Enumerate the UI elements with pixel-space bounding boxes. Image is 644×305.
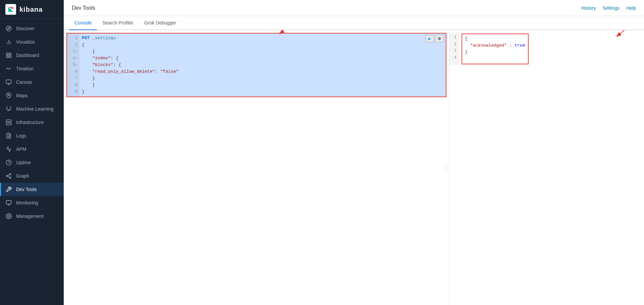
line-numbers-col: 1 2 3▼ 4▼ 5▼ 6 7 8 9: [67, 34, 79, 97]
page-header: Dev Tools History Settings Help: [64, 0, 644, 16]
map-pin-icon: [5, 92, 12, 99]
code-line-4: "index": {: [82, 55, 422, 62]
sidebar-item-label: Visualize: [16, 39, 35, 45]
svg-rect-13: [6, 120, 11, 122]
server-icon: [5, 119, 12, 126]
sidebar-item-label: Infrastructure: [16, 120, 44, 125]
code-line-2: {: [82, 42, 422, 48]
sidebar-item-infrastructure[interactable]: Infrastructure: [0, 116, 64, 129]
response-block: { "acknowledged" : true }: [462, 34, 529, 64]
sidebar-item-label: Dashboard: [16, 53, 39, 58]
svg-line-23: [8, 176, 9, 177]
sidebar-item-label: APM: [16, 146, 26, 152]
sidebar-nav: Discover Visualize Dashboard Timelion Ca: [0, 19, 64, 305]
response-code-area: { "acknowledged" : true }: [459, 33, 644, 65]
kibana-logo-icon: [5, 4, 16, 15]
sidebar-item-canvas[interactable]: Canvas: [0, 75, 64, 89]
sidebar: kibana Discover Visualize Dashboard Tim: [0, 0, 64, 305]
sidebar-item-management[interactable]: Management: [0, 209, 64, 223]
sidebar-item-logs[interactable]: Logs: [0, 129, 64, 142]
sidebar-item-label: Management: [16, 213, 44, 219]
sidebar-item-label: Machine Learning: [16, 106, 53, 112]
run-button[interactable]: ▶: [425, 35, 434, 42]
sidebar-item-label: Timelion: [16, 66, 34, 71]
sidebar-item-label: Maps: [16, 93, 28, 98]
history-link[interactable]: History: [581, 5, 596, 11]
sidebar-item-label: Uptime: [16, 160, 31, 165]
sidebar-item-timelion[interactable]: Timelion: [0, 62, 64, 75]
sidebar-item-label: Canvas: [16, 79, 32, 85]
settings-icon: [5, 213, 12, 220]
response-line-2: "acknowledged" : true: [465, 42, 525, 49]
brain-icon: [5, 106, 12, 112]
logo-text: kibana: [19, 6, 43, 13]
svg-point-0: [6, 26, 11, 31]
code-line-3: {: [82, 48, 422, 55]
svg-rect-8: [6, 56, 8, 58]
svg-rect-7: [9, 56, 11, 58]
svg-point-20: [9, 174, 11, 175]
tab-grok-debugger[interactable]: Grok Debugger: [139, 16, 182, 30]
tab-bar: Console Search Profiler Grok Debugger: [64, 16, 644, 30]
file-text-icon: [5, 132, 12, 139]
console-area: 1 2 3▼ 4▼ 5▼ 6 7 8 9 PUT _settings: [64, 30, 644, 305]
sidebar-item-label: Dev Tools: [16, 187, 37, 192]
compass-icon: [5, 25, 12, 32]
response-area: 1 2 3 4 { "acknowledged" : true }: [449, 33, 644, 65]
svg-point-21: [6, 175, 8, 177]
clock-icon: [5, 159, 12, 166]
svg-rect-5: [6, 53, 8, 55]
settings-link[interactable]: Settings: [603, 5, 620, 11]
svg-rect-9: [6, 80, 11, 83]
easel-icon: [5, 79, 12, 85]
response-line-4: [465, 56, 525, 62]
code-line-8: }: [82, 82, 422, 88]
svg-point-12: [8, 94, 10, 96]
code-line-7: }: [82, 75, 422, 82]
code-line-6: "read_only_allow_delete": "false": [82, 68, 422, 75]
sidebar-item-dev-tools[interactable]: Dev Tools: [0, 183, 64, 196]
monitor-icon: [5, 199, 12, 206]
sidebar-item-label: Graph: [16, 173, 29, 179]
tab-search-profiler[interactable]: Search Profiler: [97, 16, 139, 30]
sidebar-item-visualize[interactable]: Visualize: [0, 35, 64, 49]
code-line-5: "blocks": {: [82, 62, 422, 68]
sidebar-item-graph[interactable]: Graph: [0, 169, 64, 183]
editor-inner: 1 2 3▼ 4▼ 5▼ 6 7 8 9 PUT _settings: [67, 34, 446, 97]
response-line-numbers: 1 2 3 4: [449, 33, 459, 65]
bar-chart-icon: [5, 39, 12, 45]
svg-marker-1: [8, 27, 10, 29]
svg-rect-6: [9, 53, 11, 55]
wave-icon: [5, 65, 12, 72]
code-line-9: }: [82, 88, 422, 95]
editor-pane: 1 2 3▼ 4▼ 5▼ 6 7 8 9 PUT _settings: [64, 30, 449, 305]
sidebar-item-label: Monitoring: [16, 200, 38, 205]
editor-container: 1 2 3▼ 4▼ 5▼ 6 7 8 9 PUT _settings: [64, 30, 449, 305]
sidebar-item-apm[interactable]: APM: [0, 142, 64, 156]
code-line-1: PUT _settings: [82, 35, 422, 42]
sidebar-item-uptime[interactable]: Uptime: [0, 156, 64, 169]
code-col[interactable]: PUT _settings { { "index": { "blocks": {…: [79, 34, 446, 97]
settings-wrench-button[interactable]: ⚙: [435, 35, 444, 42]
sidebar-item-machine-learning[interactable]: Machine Learning: [0, 102, 64, 116]
sidebar-item-label: Logs: [16, 133, 26, 138]
tool-icon: [5, 186, 12, 193]
svg-rect-25: [6, 200, 11, 204]
sidebar-item-dashboard[interactable]: Dashboard: [0, 49, 64, 62]
svg-line-24: [8, 175, 9, 176]
share-icon: [5, 173, 12, 179]
response-line-1: {: [465, 36, 525, 42]
logo-area: kibana: [0, 0, 64, 19]
svg-rect-14: [6, 123, 11, 125]
tab-console[interactable]: Console: [69, 16, 97, 30]
help-link[interactable]: Help: [626, 5, 636, 11]
sidebar-item-discover[interactable]: Discover: [0, 22, 64, 35]
sidebar-item-maps[interactable]: Maps: [0, 89, 64, 102]
sidebar-item-monitoring[interactable]: Monitoring: [0, 196, 64, 209]
sidebar-item-label: Discover: [16, 26, 34, 31]
editor-toolbar: ▶ ⚙: [425, 35, 444, 42]
divider-handle[interactable]: ⋮: [444, 165, 449, 171]
svg-point-28: [8, 216, 10, 217]
response-content-area: 1 2 3 4 { "acknowledged" : true }: [449, 30, 644, 305]
svg-point-22: [9, 177, 11, 179]
